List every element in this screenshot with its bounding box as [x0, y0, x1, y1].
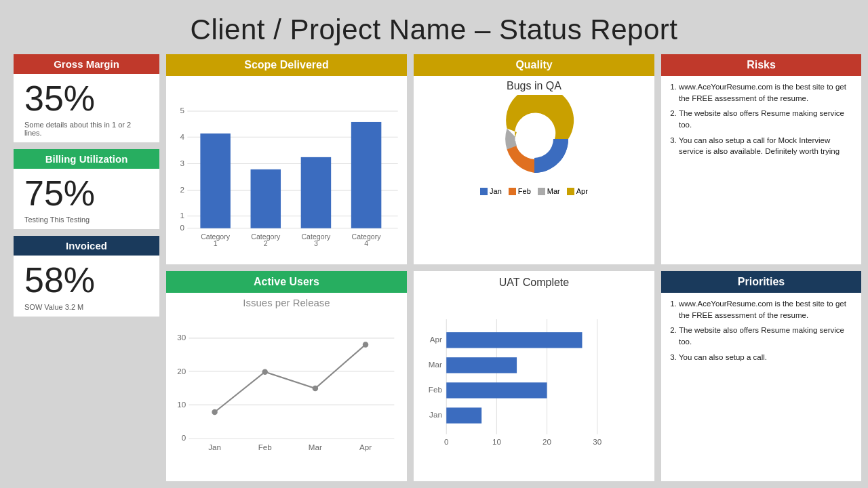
- svg-text:1: 1: [180, 211, 184, 220]
- svg-text:1: 1: [214, 239, 218, 247]
- svg-text:0: 0: [182, 433, 186, 442]
- uat-bar-chart: 0 10 20 30 Jan Feb: [419, 291, 649, 469]
- legend-feb-dot: [509, 188, 516, 195]
- priorities-item-2: The website also offers Resume making se…: [679, 325, 854, 347]
- risks-list: www.AceYourResume.com is the best site t…: [668, 81, 854, 157]
- priorities-body: www.AceYourResume.com is the best site t…: [661, 293, 861, 481]
- quality-panel: Quality Bugs in QA: [414, 54, 654, 264]
- legend-apr-dot: [567, 188, 574, 195]
- svg-text:Feb: Feb: [429, 385, 442, 394]
- priorities-item-1: www.AceYourResume.com is the best site t…: [679, 298, 854, 321]
- legend-apr: Apr: [567, 187, 588, 195]
- uat-title: UAT Complete: [419, 277, 649, 289]
- uat-panel: UAT Complete 0 10 20 30 Jan: [414, 271, 654, 481]
- svg-text:Mar: Mar: [429, 360, 442, 369]
- page: Client / Project Name – Status Report Gr…: [0, 0, 868, 488]
- kpi-gross-margin: Gross Margin 35% Some details about this…: [14, 54, 159, 142]
- svg-text:5: 5: [180, 106, 184, 115]
- scope-delivered-panel: Scope Delivered 5 4 3 2 1 0: [166, 54, 407, 264]
- kpi-column: Gross Margin 35% Some details about this…: [14, 54, 159, 481]
- svg-text:4: 4: [180, 132, 185, 141]
- active-users-body: Issues per Release 30 20 10 0: [166, 293, 407, 481]
- svg-point-40: [515, 120, 553, 158]
- risks-item-3: You can also setup a call for Mock Inter…: [679, 135, 854, 157]
- svg-text:2: 2: [264, 239, 268, 247]
- bugs-in-qa-area: Bugs in QA: [419, 80, 649, 262]
- kpi-billing-value: 75%: [24, 174, 95, 213]
- scope-delivered-body: 5 4 3 2 1 0: [166, 76, 407, 264]
- priorities-header: Priorities: [661, 271, 861, 293]
- risks-header: Risks: [661, 54, 861, 76]
- svg-point-33: [262, 369, 267, 374]
- risks-item-2: The website also offers Resume making se…: [679, 108, 854, 130]
- svg-rect-56: [446, 332, 582, 348]
- legend-mar-dot: [538, 188, 545, 195]
- svg-text:10: 10: [177, 400, 186, 409]
- svg-text:4: 4: [364, 239, 368, 247]
- svg-text:0: 0: [444, 437, 449, 446]
- svg-rect-13: [251, 169, 281, 228]
- issues-per-release-title: Issues per Release: [172, 297, 401, 308]
- legend-feb: Feb: [509, 187, 531, 195]
- legend-feb-label: Feb: [518, 187, 531, 195]
- legend-jan: Jan: [480, 187, 502, 195]
- quality-header: Quality: [414, 54, 654, 76]
- kpi-gross-margin-body: 35% Some details about this in 1 or 2 li…: [14, 74, 159, 142]
- svg-text:Apr: Apr: [430, 335, 442, 344]
- uat-body: UAT Complete 0 10 20 30 Jan: [414, 271, 654, 481]
- main-grid: Gross Margin 35% Some details about this…: [14, 54, 854, 481]
- kpi-invoiced-sub: SOW Value 3.2 M: [24, 303, 83, 311]
- svg-text:30: 30: [177, 333, 186, 342]
- kpi-invoiced-header: Invoiced: [14, 236, 159, 256]
- svg-text:Jan: Jan: [429, 410, 442, 419]
- svg-rect-15: [351, 122, 381, 228]
- risks-body: www.AceYourResume.com is the best site t…: [661, 76, 861, 264]
- issues-line-chart: 30 20 10 0: [172, 310, 401, 479]
- right-column: Risks www.AceYourResume.com is the best …: [661, 54, 861, 481]
- legend-jan-label: Jan: [490, 187, 502, 195]
- svg-text:0: 0: [180, 223, 185, 232]
- priorities-list: www.AceYourResume.com is the best site t…: [668, 298, 854, 363]
- svg-text:20: 20: [177, 367, 186, 375]
- svg-text:30: 30: [593, 437, 601, 446]
- quality-body: Bugs in QA: [414, 76, 654, 264]
- legend-mar: Mar: [538, 187, 560, 195]
- scope-bar-chart: 5 4 3 2 1 0: [172, 80, 401, 262]
- risks-item-1: www.AceYourResume.com is the best site t…: [679, 81, 854, 104]
- svg-rect-14: [301, 157, 331, 228]
- kpi-gross-margin-sub: Some details about this in 1 or 2 lines.: [24, 121, 149, 137]
- donut-legend: Jan Feb Mar Apr: [480, 187, 588, 195]
- svg-text:3: 3: [314, 239, 318, 247]
- svg-text:3: 3: [180, 159, 184, 167]
- legend-apr-label: Apr: [576, 187, 588, 195]
- risks-panel: Risks www.AceYourResume.com is the best …: [661, 54, 861, 264]
- svg-point-35: [363, 342, 368, 347]
- svg-rect-52: [446, 382, 547, 398]
- kpi-billing-sub: Testing This Testing: [24, 216, 90, 224]
- priorities-panel: Priorities www.AceYourResume.com is the …: [661, 271, 861, 481]
- svg-rect-54: [446, 357, 517, 373]
- legend-mar-label: Mar: [547, 187, 560, 195]
- scope-delivered-header: Scope Delivered: [166, 54, 407, 76]
- kpi-gross-margin-header: Gross Margin: [14, 54, 159, 74]
- kpi-billing-utilization: Billing Utilization 75% Testing This Tes…: [14, 149, 159, 229]
- kpi-invoiced-value: 58%: [24, 261, 95, 300]
- donut-chart: [480, 95, 589, 183]
- svg-text:Feb: Feb: [258, 443, 272, 451]
- svg-rect-12: [200, 134, 230, 228]
- active-users-header: Active Users: [166, 271, 407, 293]
- kpi-billing-header: Billing Utilization: [14, 149, 159, 169]
- kpi-billing-body: 75% Testing This Testing: [14, 169, 159, 229]
- legend-jan-dot: [480, 188, 488, 195]
- svg-rect-50: [446, 407, 481, 423]
- svg-text:Jan: Jan: [208, 443, 221, 451]
- kpi-invoiced: Invoiced 58% SOW Value 3.2 M: [14, 236, 159, 316]
- priorities-item-3: You can also setup a call.: [679, 352, 854, 363]
- kpi-gross-margin-value: 35%: [24, 79, 95, 118]
- svg-text:2: 2: [180, 185, 184, 194]
- svg-text:10: 10: [492, 437, 501, 446]
- svg-point-34: [313, 386, 318, 391]
- svg-text:20: 20: [542, 437, 551, 446]
- svg-point-32: [212, 409, 217, 415]
- svg-text:Mar: Mar: [309, 443, 322, 451]
